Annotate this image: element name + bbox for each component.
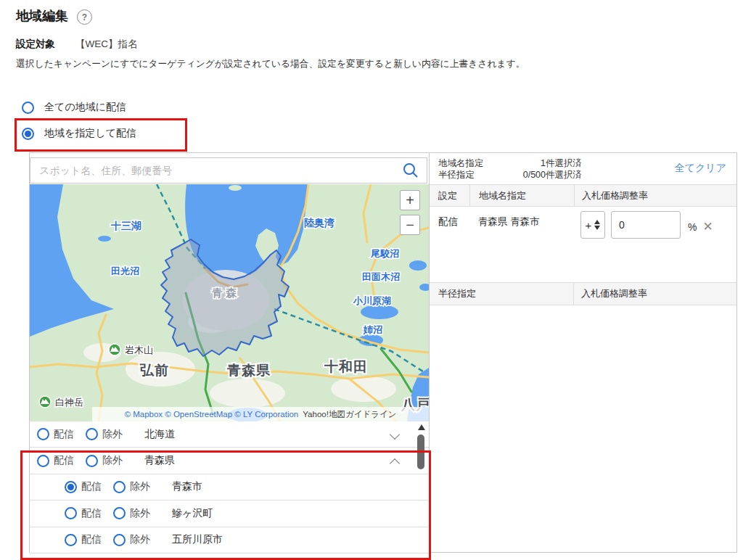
map-label-aomori-city: 青森 [211,287,239,299]
stat-label: 半径指定 [438,169,475,181]
stat-label: 地域名指定 [438,157,484,169]
region-row-hokkaido[interactable]: 配信 除外 北海道 [30,421,429,448]
region-name: 北海道 [144,428,175,441]
region-name: 青森市 [172,480,202,493]
map-attribution: © Mapbox © OpenStreetMap © LY Corporatio… [92,407,429,421]
map-label-shirakamidake: 白神岳 [55,397,83,408]
deliver-radio[interactable] [65,534,77,546]
target-value: 【WEC】指名 [75,38,138,51]
attribution-links[interactable]: © Mapbox © OpenStreetMap © LY Corporatio… [124,410,298,419]
deliver-radio[interactable] [37,455,49,467]
map-canvas[interactable]: 青森 十三湖 田光沼 陸奥湾 尾駮沼 田面木沼 小川原湖 姉沼 岩木山 [30,184,429,421]
list-scrollbar[interactable] [416,423,426,552]
exclude-label: 除外 [102,428,123,441]
chevron-down-icon[interactable] [390,429,400,440]
exclude-radio[interactable] [113,481,126,493]
col-bid-adjust: 入札価格調整率 [575,189,736,202]
mountain-icon-iwakisan [109,344,120,355]
mountain-icon-shirakamidake [39,396,51,408]
exclude-label: 除外 [130,533,150,546]
map-island [229,185,242,191]
region-edit-page: 地域編集 ? 設定対象 【WEC】指名 選択したキャンペーンにすでにターゲティン… [0,0,743,560]
exclude-radio[interactable] [86,428,98,440]
map-label-obuchinuma: 尾駮沼 [370,248,399,259]
scrollbar-thumb[interactable] [417,435,424,469]
map-label-ogawarako: 小川原湖 [353,295,391,306]
map-label-tappinuma: 田光沼 [111,265,139,276]
deliver-label: 配信 [81,480,102,493]
deliver-label: 配信 [54,428,74,441]
sign-stepper[interactable]: + [580,211,605,239]
map-label-jusanko: 十三湖 [110,220,141,231]
map-label-aomoriken: 青森県 [226,363,271,378]
remove-region-icon[interactable]: ✕ [702,222,713,232]
map-label-iwakisan: 岩木山 [125,345,153,355]
radius-table-header: 半径指定 入札価格調整率 [430,282,736,305]
stat-value: 1件選択済 [541,157,582,169]
exclude-label: 除外 [102,454,123,467]
map-label-tamonokinuma: 田面木沼 [362,271,400,282]
region-row-aomorishi[interactable]: 配信 除外 青森市 [30,474,429,501]
selected-region-row: 配信 青森県 青森市 + % ✕ [430,207,736,252]
region-table-header: 設定 地域名指定 入札価格調整率 [430,185,736,207]
radio-all-icon[interactable] [22,102,34,114]
region-name: 五所川原市 [172,533,223,546]
deliver-label: 配信 [81,507,102,520]
map-label-anenuma: 姉沼 [363,324,382,335]
deliver-radio[interactable] [65,507,77,519]
scroll-up-arrow-icon[interactable] [418,424,425,430]
stat-value: 0/500件選択済 [523,169,582,181]
radio-specify-label: 地域を指定して配信 [44,127,136,140]
target-label: 設定対象 [16,38,55,51]
row-setting: 配信 [430,215,469,228]
map-column: 青森 十三湖 田光沼 陸奥湾 尾駮沼 田面木沼 小川原湖 姉沼 岩木山 [30,153,429,552]
map-svg: 青森 十三湖 田光沼 陸奥湾 尾駮沼 田面木沼 小川原湖 姉沼 岩木山 [30,184,429,421]
zoom-out-button[interactable]: − [400,215,420,235]
deliver-label: 配信 [54,454,74,467]
col-bid-adjust-2: 入札価格調整率 [574,287,736,300]
attribution-note[interactable]: Yahoo!地図ガイドライン [303,409,396,420]
col-radius: 半径指定 [430,287,573,300]
percent-unit: % [688,221,697,233]
col-setting: 設定 [430,189,469,202]
row-region: 青森県 青森市 [469,215,573,228]
description-text: 選択したキャンペーンにすでにターゲティングが設定されている場合、設定を変更すると… [16,58,525,70]
region-row-aomoriken[interactable]: 配信 除外 青森県 [30,448,429,474]
bid-adjust-input[interactable] [611,211,681,239]
clear-all-link[interactable]: 全てクリア [675,162,726,175]
radio-option-all[interactable]: 全ての地域に配信 [22,101,126,114]
radio-specify-icon[interactable] [22,128,34,140]
deliver-radio[interactable] [37,428,49,440]
region-row-ajigasawa[interactable]: 配信 除外 鰺ヶ沢町 [30,501,429,527]
radio-option-specify[interactable]: 地域を指定して配信 [22,127,136,140]
stepper-arrows-icon[interactable] [594,220,600,230]
search-input[interactable] [30,165,402,176]
region-name: 青森県 [144,454,175,467]
deliver-radio[interactable] [65,481,77,493]
region-row-goshogawara[interactable]: 配信 除外 五所川原市 [30,527,429,553]
region-targeting-widget: 青森 十三湖 田光沼 陸奥湾 尾駮沼 田面木沼 小川原湖 姉沼 岩木山 [29,152,737,553]
col-region: 地域名指定 [470,189,574,202]
exclude-radio[interactable] [113,507,126,519]
page-title: 地域編集 [16,7,68,25]
map-label-mutsuwan: 陸奥湾 [304,217,334,228]
sign-value: + [586,219,592,231]
region-list: 配信 除外 北海道 配信 除外 青森県 配信 [30,421,429,553]
exclude-radio[interactable] [86,455,98,467]
zoom-in-button[interactable]: + [400,190,420,210]
region-name: 鰺ヶ沢町 [172,507,213,520]
map-label-hirosaki: 弘前 [139,363,169,378]
radio-all-label: 全ての地域に配信 [44,101,126,114]
map-label-towada: 十和田 [324,359,368,374]
exclude-label: 除外 [130,480,150,493]
chevron-up-icon[interactable] [390,458,400,469]
spot-search-box [30,157,427,184]
search-icon[interactable] [402,162,419,179]
exclude-label: 除外 [130,507,150,520]
selection-panel: 地域名指定 1件選択済 半径指定 0/500件選択済 全てクリア 設定 地域名指… [429,153,736,552]
help-icon[interactable]: ? [77,9,92,25]
deliver-label: 配信 [81,533,102,546]
exclude-radio[interactable] [113,534,126,546]
